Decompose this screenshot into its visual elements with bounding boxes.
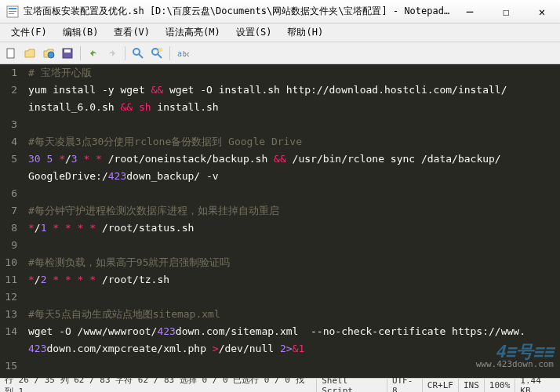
line-number: 11 bbox=[0, 271, 17, 289]
undo-icon[interactable] bbox=[85, 45, 101, 61]
code-line[interactable]: #每天凌晨3点30分使用rclone备份数据到 Google Drive bbox=[28, 133, 560, 151]
svg-rect-2 bbox=[9, 11, 16, 12]
line-number: 3 bbox=[0, 116, 17, 133]
svg-line-9 bbox=[139, 54, 143, 58]
window-title: 宝塔面板安装配置及优化.sh [D:\百度云盘\Documents\网站数据文件… bbox=[24, 5, 452, 18]
status-mode[interactable]: INS bbox=[459, 379, 485, 392]
code-line[interactable] bbox=[28, 358, 560, 375]
svg-point-10 bbox=[152, 49, 158, 55]
code-line[interactable]: # 宝塔开心版 bbox=[28, 64, 560, 82]
line-number: 16 bbox=[0, 375, 17, 378]
line-number: 5 bbox=[0, 151, 17, 168]
line-number: 8 bbox=[0, 220, 17, 237]
code-line[interactable]: */2 * * * * /root/tz.sh bbox=[28, 271, 560, 289]
menu-view[interactable]: 查看(V) bbox=[106, 24, 158, 41]
save-icon[interactable] bbox=[60, 45, 75, 61]
code-line[interactable]: install_6.0.sh && sh install.sh bbox=[28, 99, 560, 116]
line-number: 15 bbox=[0, 358, 17, 375]
toolbar-separator bbox=[169, 46, 170, 60]
statusbar: 行 26 / 35 列 62 / 83 字符 62 / 83 选择 0 / 0 … bbox=[0, 378, 560, 392]
line-number: 2 bbox=[0, 82, 17, 99]
code-line[interactable]: 30 5 */3 * * /root/oneinstack/backup.sh … bbox=[28, 151, 560, 168]
toolbar-separator bbox=[80, 46, 81, 60]
code-line[interactable]: #每天5点自动生成站点地图sitemap.xml bbox=[28, 306, 560, 323]
status-filesize: 1.44 KB bbox=[515, 379, 560, 392]
code-line[interactable]: */1 * * * * /root/status.sh bbox=[28, 220, 560, 237]
svg-point-5 bbox=[48, 52, 54, 58]
editor-area[interactable]: 123456789101112131415161718 # 宝塔开心版yum i… bbox=[0, 64, 560, 378]
svg-rect-12 bbox=[158, 48, 162, 52]
svg-text:a: a bbox=[177, 49, 182, 58]
code-content[interactable]: # 宝塔开心版yum install -y wget && wget -O in… bbox=[22, 64, 560, 378]
line-number bbox=[0, 340, 17, 358]
minimize-button[interactable]: ─ bbox=[452, 0, 488, 24]
code-line[interactable]: yum install -y wget && wget -O install.s… bbox=[28, 82, 560, 99]
close-button[interactable]: ✕ bbox=[524, 0, 560, 24]
line-number bbox=[0, 168, 17, 185]
svg-rect-7 bbox=[64, 49, 71, 53]
line-number: 7 bbox=[0, 202, 17, 220]
status-eol[interactable]: CR+LF bbox=[423, 379, 459, 392]
code-line[interactable]: #每检测负载，如果高于95就开启强制验证吗 bbox=[28, 254, 560, 271]
open-file-icon[interactable] bbox=[22, 45, 38, 61]
menu-help[interactable]: 帮助(H) bbox=[279, 24, 331, 41]
svg-line-11 bbox=[158, 54, 162, 58]
menubar: 文件(F) 编辑(B) 查看(V) 语法高亮(M) 设置(S) 帮助(H) bbox=[0, 24, 560, 42]
line-number: 13 bbox=[0, 306, 17, 323]
line-number bbox=[0, 99, 17, 116]
toolbar: abc bbox=[0, 42, 560, 64]
code-line[interactable]: GoogleDrive:/423down_backup/ -v bbox=[28, 168, 560, 185]
status-encoding[interactable]: UTF-8 bbox=[387, 379, 423, 392]
code-line[interactable] bbox=[28, 116, 560, 133]
find-icon[interactable] bbox=[130, 45, 146, 61]
new-file-icon[interactable] bbox=[3, 45, 19, 61]
wordwrap-icon[interactable]: abc bbox=[175, 45, 191, 61]
line-gutter: 123456789101112131415161718 bbox=[0, 64, 22, 378]
menu-settings[interactable]: 设置(S) bbox=[228, 24, 280, 41]
line-number: 14 bbox=[0, 323, 17, 340]
line-number: 12 bbox=[0, 289, 17, 306]
code-line[interactable] bbox=[28, 185, 560, 202]
status-zoom[interactable]: 100% bbox=[485, 379, 516, 392]
svg-rect-4 bbox=[7, 49, 14, 58]
line-number: 6 bbox=[0, 185, 17, 202]
app-icon bbox=[6, 5, 19, 18]
menu-syntax[interactable]: 语法高亮(M) bbox=[158, 24, 228, 41]
replace-icon[interactable] bbox=[149, 45, 165, 61]
line-number: 1 bbox=[0, 64, 17, 82]
code-line[interactable]: #每分钟守护进程检测次数据库进程，如果挂掉自动重启 bbox=[28, 202, 560, 220]
window-controls: ─ ☐ ✕ bbox=[452, 0, 560, 24]
svg-rect-3 bbox=[9, 13, 14, 14]
svg-rect-1 bbox=[9, 8, 16, 9]
code-line[interactable]: #每天4点自动提交死链到搜索引擎脚本 bbox=[28, 375, 560, 378]
menu-file[interactable]: 文件(F) bbox=[3, 24, 55, 41]
redo-icon[interactable] bbox=[104, 45, 120, 61]
code-line[interactable] bbox=[28, 289, 560, 306]
history-icon[interactable] bbox=[41, 45, 56, 61]
maximize-button[interactable]: ☐ bbox=[488, 0, 524, 24]
code-line[interactable]: 423down.com/xmpcreate/xml.php >/dev/null… bbox=[28, 340, 560, 358]
line-number: 10 bbox=[0, 254, 17, 271]
line-number: 4 bbox=[0, 133, 17, 151]
menu-edit[interactable]: 编辑(B) bbox=[55, 24, 107, 41]
titlebar: 宝塔面板安装配置及优化.sh [D:\百度云盘\Documents\网站数据文件… bbox=[0, 0, 560, 24]
svg-point-8 bbox=[133, 49, 140, 55]
toolbar-separator bbox=[125, 46, 125, 60]
status-position: 行 26 / 35 列 62 / 83 字符 62 / 83 选择 0 / 0 … bbox=[0, 379, 317, 392]
svg-text:bc: bc bbox=[183, 51, 189, 58]
code-line[interactable] bbox=[28, 237, 560, 254]
status-language[interactable]: Shell Script bbox=[317, 379, 387, 392]
line-number: 9 bbox=[0, 237, 17, 254]
code-line[interactable]: wget -O /www/wwwroot/423down.com/sitemap… bbox=[28, 323, 560, 340]
